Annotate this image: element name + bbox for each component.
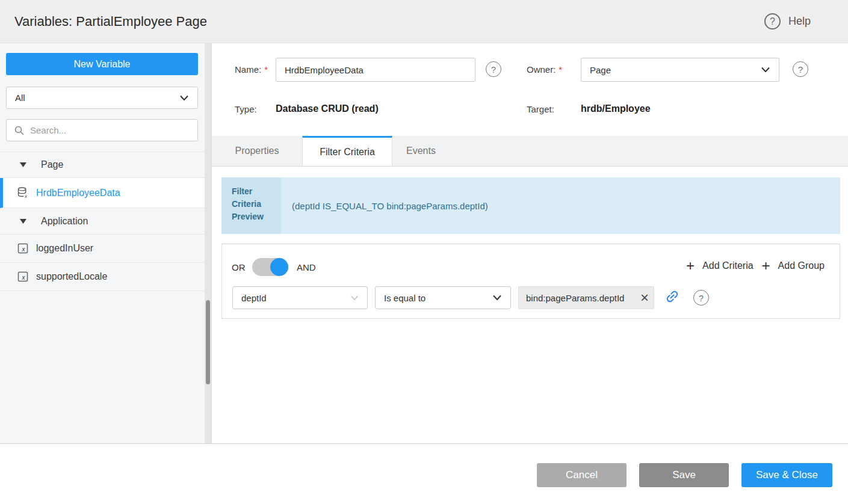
database-variable-icon: x — [16, 186, 29, 199]
bind-link-button[interactable] — [664, 289, 680, 304]
tree-item-hrdbemployeedata[interactable]: x HrdbEmployeeData — [0, 178, 205, 208]
static-variable-icon: x — [16, 271, 29, 282]
variable-search — [6, 119, 198, 141]
or-label: OR — [232, 262, 246, 272]
tree-item-label: HrdbEmployeeData — [36, 188, 120, 198]
new-variable-button[interactable]: New Variable — [6, 53, 198, 75]
variable-detail-panel: Name:* ? Owner:* Page ? Type: Database C… — [212, 43, 848, 443]
type-value: Database CRUD (read) — [276, 103, 379, 114]
and-label: AND — [297, 262, 316, 272]
criteria-condition-select[interactable]: Is equal to — [375, 286, 511, 309]
tree-item-label: supportedLocale — [36, 271, 107, 282]
add-criteria-button[interactable]: + Add Criteria — [686, 259, 754, 273]
target-label: Target: — [527, 104, 554, 114]
owner-label: Owner:* — [527, 64, 562, 75]
name-help-icon[interactable]: ? — [486, 61, 501, 77]
variable-filter-select[interactable]: All — [6, 87, 198, 109]
svg-text:x: x — [21, 246, 25, 253]
type-label: Type: — [235, 104, 257, 114]
sidebar-scrollbar-thumb[interactable] — [206, 300, 210, 384]
tree-item-supportedlocale[interactable]: x supportedLocale — [0, 263, 205, 291]
bind-value-text: bind:pageParams.deptId — [526, 293, 624, 303]
variable-filter-value: All — [15, 93, 25, 103]
tree-group-label: Page — [41, 159, 63, 170]
search-icon — [14, 125, 25, 136]
bind-value-chip[interactable]: bind:pageParams.deptId × — [518, 286, 654, 309]
dialog-header: Variables: PartialEmployee Page ? Help — [0, 0, 848, 43]
chevron-down-icon — [761, 67, 770, 73]
sidebar-scrollbar-track[interactable] — [205, 43, 211, 443]
tree-group-page[interactable]: Page — [0, 152, 205, 178]
or-and-toggle[interactable] — [252, 258, 288, 276]
tree-item-label: loggedInUser — [36, 243, 93, 254]
add-criteria-label: Add Criteria — [702, 260, 753, 271]
search-input[interactable] — [30, 125, 190, 135]
page-title: Variables: PartialEmployee Page — [14, 0, 207, 43]
svg-text:x: x — [24, 194, 28, 199]
chevron-down-icon — [179, 95, 189, 101]
help-icon: ? — [764, 13, 781, 29]
required-marker: * — [559, 64, 562, 75]
filter-preview-label: Filter Criteria Preview — [221, 177, 281, 234]
owner-value: Page — [590, 65, 611, 75]
close-icon[interactable]: × — [640, 290, 649, 305]
name-input[interactable] — [276, 58, 475, 82]
criteria-help-icon[interactable]: ? — [693, 290, 709, 306]
tab-filter-criteria[interactable]: Filter Criteria — [302, 136, 392, 166]
plus-icon: + — [762, 259, 770, 273]
tab-properties[interactable]: Properties — [212, 136, 302, 166]
triangle-down-icon — [17, 162, 29, 167]
add-group-button[interactable]: + Add Group — [762, 259, 825, 273]
chevron-down-icon — [350, 295, 359, 301]
add-group-label: Add Group — [778, 260, 825, 271]
owner-select[interactable]: Page — [581, 58, 779, 82]
help-label: Help — [788, 15, 811, 28]
criteria-builder-panel: OR AND + Add Criteria + Add Group deptId… — [221, 244, 840, 319]
variables-tree: Page x HrdbEmployeeData Application x lo… — [0, 152, 205, 291]
tree-group-application[interactable]: Application — [0, 208, 205, 235]
filter-criteria-preview: Filter Criteria Preview (deptId IS_EQUAL… — [221, 177, 840, 234]
filter-preview-value: (deptId IS_EQUAL_TO bind:pageParams.dept… — [281, 177, 840, 234]
required-marker: * — [264, 64, 268, 75]
criteria-field-value: deptId — [241, 293, 267, 303]
link-icon — [661, 286, 684, 308]
tree-item-loggedinuser[interactable]: x loggedInUser — [0, 235, 205, 263]
variables-sidebar: New Variable All Page x HrdbEmployeeData — [0, 43, 212, 443]
svg-text:x: x — [21, 274, 25, 281]
static-variable-icon: x — [16, 243, 29, 254]
cancel-button[interactable]: Cancel — [537, 463, 627, 487]
triangle-down-icon — [17, 219, 29, 224]
plus-icon: + — [686, 259, 695, 273]
save-button[interactable]: Save — [639, 463, 729, 487]
tab-events[interactable]: Events — [392, 136, 450, 166]
save-and-close-button[interactable]: Save & Close — [741, 463, 832, 487]
target-value: hrdb/Employee — [581, 103, 651, 114]
criteria-condition-value: Is equal to — [384, 293, 426, 303]
tree-group-label: Application — [41, 216, 88, 227]
dialog-footer: Cancel Save Save & Close — [0, 443, 848, 504]
chevron-down-icon — [492, 295, 502, 301]
toggle-knob-icon — [270, 258, 288, 276]
help-button[interactable]: ? Help — [764, 0, 811, 43]
owner-help-icon[interactable]: ? — [793, 61, 808, 77]
name-label: Name:* — [235, 64, 268, 75]
tab-bar: Properties Filter Criteria Events — [212, 136, 848, 167]
criteria-field-select[interactable]: deptId — [232, 286, 368, 309]
